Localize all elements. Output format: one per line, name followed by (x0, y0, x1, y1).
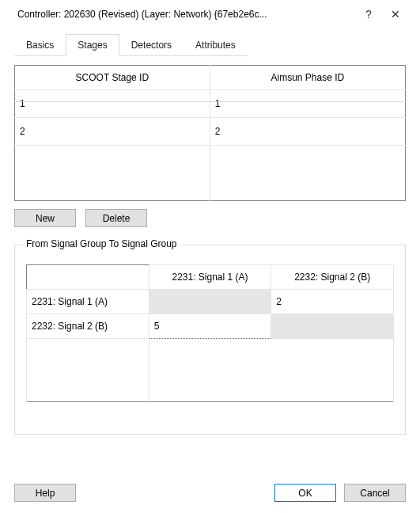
matrix-col-header: 2232: Signal 2 (B) (271, 265, 394, 290)
table-row: 2231: Signal 1 (A) 2 (27, 290, 394, 314)
table-empty-area (15, 146, 406, 201)
matrix-corner (27, 265, 149, 290)
new-button[interactable]: New (14, 209, 76, 227)
window-title: Controller: 202630 (Revised) (Layer: Net… (17, 9, 355, 20)
matrix-cell-disabled (271, 314, 394, 339)
delete-button[interactable]: Delete (85, 209, 147, 227)
cancel-button[interactable]: Cancel (344, 484, 406, 502)
dialog-window: Controller: 202630 (Revised) (Layer: Net… (0, 0, 420, 513)
dialog-content: Basics Stages Detectors Attributes SCOOT… (0, 27, 420, 513)
cell-aimsun[interactable]: 1 (210, 90, 405, 118)
stage-table-header-scoot: SCOOT Stage ID (15, 66, 210, 90)
table-row: 2232: Signal 2 (B) 5 (27, 314, 394, 339)
tab-stages[interactable]: Stages (66, 34, 119, 56)
stage-table-header-aimsun: Aimsun Phase ID (210, 66, 405, 90)
titlebar: Controller: 202630 (Revised) (Layer: Net… (0, 0, 420, 27)
matrix-col-header: 2231: Signal 1 (A) (149, 265, 271, 290)
close-icon[interactable]: ✕ (382, 8, 409, 21)
stage-buttons: New Delete (14, 209, 406, 227)
matrix-empty-area (27, 339, 394, 402)
tab-attributes[interactable]: Attributes (184, 34, 248, 56)
stage-table[interactable]: SCOOT Stage ID Aimsun Phase ID 1 1 2 2 (14, 65, 406, 201)
matrix-cell-disabled (149, 290, 271, 314)
signal-matrix[interactable]: 2231: Signal 1 (A) 2232: Signal 2 (B) 22… (26, 264, 394, 402)
matrix-row-header: 2232: Signal 2 (B) (27, 314, 149, 339)
ok-button[interactable]: OK (274, 484, 336, 502)
groupbox-label: From Signal Group To Signal Group (23, 238, 180, 249)
tab-basics[interactable]: Basics (14, 34, 66, 56)
signal-group-box: From Signal Group To Signal Group 2231: … (14, 245, 406, 435)
cell-aimsun[interactable]: 2 (210, 118, 405, 146)
matrix-cell[interactable]: 2 (271, 290, 394, 314)
help-button[interactable]: Help (14, 484, 76, 502)
table-row[interactable]: 1 1 (15, 90, 406, 118)
table-row[interactable]: 2 2 (15, 118, 406, 146)
cell-scoot[interactable]: 2 (15, 118, 210, 146)
tabstrip: Basics Stages Detectors Attributes (14, 33, 406, 55)
dialog-footer: Help OK Cancel (0, 473, 420, 513)
help-icon[interactable]: ? (355, 8, 382, 21)
matrix-cell-editing[interactable]: 5 (149, 314, 271, 339)
tab-detectors[interactable]: Detectors (119, 34, 184, 56)
matrix-row-header: 2231: Signal 1 (A) (27, 290, 149, 314)
cell-scoot[interactable]: 1 (15, 90, 210, 118)
